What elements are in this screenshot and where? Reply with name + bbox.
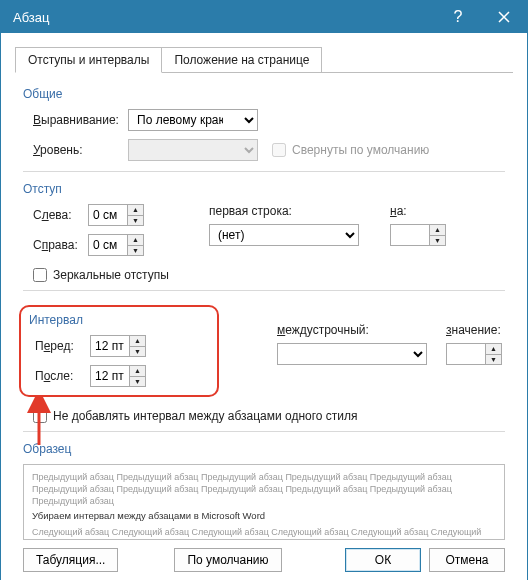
- spin-down-icon[interactable]: ▼: [430, 235, 445, 246]
- titlebar: Абзац ?: [1, 1, 527, 33]
- row-after: После: ▲▼: [29, 365, 209, 387]
- line-label: междустрочный:: [277, 323, 432, 337]
- at-label: значение:: [446, 323, 502, 337]
- divider-3: [23, 431, 505, 432]
- on-label: на:: [390, 204, 505, 218]
- spin-up-icon[interactable]: ▲: [128, 205, 143, 215]
- spin-up-icon[interactable]: ▲: [430, 225, 445, 235]
- tabs-button[interactable]: Табуляция...: [23, 548, 118, 572]
- right-label: Справа:: [33, 238, 88, 252]
- mirror-label: Зеркальные отступы: [53, 268, 169, 282]
- tab-content: Общие Выравнивание: По левому краю Урове…: [15, 73, 513, 540]
- spin-down-icon[interactable]: ▼: [130, 376, 145, 387]
- firstline-select[interactable]: (нет): [209, 224, 359, 246]
- level-select: [128, 139, 258, 161]
- left-spinner[interactable]: ▲▼: [88, 204, 144, 226]
- spin-down-icon[interactable]: ▼: [128, 245, 143, 256]
- row-before: Перед: ▲▼: [29, 335, 209, 357]
- left-label: Слева:: [33, 208, 88, 222]
- divider-2: [23, 290, 505, 291]
- close-icon: [498, 11, 510, 23]
- alignment-select[interactable]: По левому краю: [128, 109, 258, 131]
- collapsed-checkbox-wrap: Свернуты по умолчанию: [272, 143, 429, 157]
- left-input[interactable]: [89, 205, 127, 225]
- spin-up-icon[interactable]: ▲: [130, 366, 145, 376]
- row-level: Уровень: Свернуты по умолчанию: [23, 139, 505, 161]
- preview-box: Предыдущий абзац Предыдущий абзац Предыд…: [23, 464, 505, 540]
- after-spinner[interactable]: ▲▼: [90, 365, 146, 387]
- mirror-checkbox[interactable]: [33, 268, 47, 282]
- row-alignment: Выравнивание: По левому краю: [23, 109, 505, 131]
- divider-1: [23, 171, 505, 172]
- help-button[interactable]: ?: [435, 1, 481, 33]
- spin-up-icon[interactable]: ▲: [128, 235, 143, 245]
- dialog-footer: Табуляция... По умолчанию ОК Отмена: [15, 548, 513, 572]
- cancel-button[interactable]: Отмена: [429, 548, 505, 572]
- tab-position[interactable]: Положение на странице: [161, 47, 322, 73]
- row-left: Слева: ▲▼: [33, 204, 203, 226]
- spin-down-icon[interactable]: ▼: [130, 346, 145, 357]
- nosame-label: Не добавлять интервал между абзацами одн…: [53, 409, 358, 423]
- spin-up-icon[interactable]: ▲: [130, 336, 145, 346]
- spin-down-icon[interactable]: ▼: [486, 354, 501, 365]
- line-select[interactable]: [277, 343, 427, 365]
- after-input[interactable]: [91, 366, 129, 386]
- mirror-checkbox-wrap[interactable]: Зеркальные отступы: [33, 268, 169, 282]
- right-spinner[interactable]: ▲▼: [88, 234, 144, 256]
- close-button[interactable]: [481, 1, 527, 33]
- collapsed-checkbox: [272, 143, 286, 157]
- nosame-checkbox-wrap[interactable]: Не добавлять интервал между абзацами одн…: [33, 409, 358, 423]
- highlight-box: Интервал Перед: ▲▼ После: ▲▼: [19, 305, 219, 397]
- at-spinner[interactable]: ▲▼: [446, 343, 502, 365]
- on-input[interactable]: [391, 225, 429, 245]
- dialog-body: Отступы и интервалы Положение на страниц…: [1, 33, 527, 580]
- nosame-checkbox[interactable]: [33, 409, 47, 423]
- right-input[interactable]: [89, 235, 127, 255]
- row-right: Справа: ▲▼: [33, 234, 203, 256]
- after-label: После:: [35, 369, 90, 383]
- collapsed-label: Свернуты по умолчанию: [292, 143, 429, 157]
- before-spinner[interactable]: ▲▼: [90, 335, 146, 357]
- firstline-label: первая строка:: [209, 204, 384, 218]
- before-input[interactable]: [91, 336, 129, 356]
- dialog-paragraph: Абзац ? Отступы и интервалы Положение на…: [0, 0, 528, 580]
- level-label: Уровень:: [33, 143, 128, 157]
- preview-sample: Убираем интервал между абзацами в Micros…: [32, 510, 496, 523]
- before-label: Перед:: [35, 339, 90, 353]
- alignment-label: Выравнивание:: [33, 113, 128, 127]
- group-spacing-label: Интервал: [29, 313, 209, 327]
- ok-button[interactable]: ОК: [345, 548, 421, 572]
- group-indent-label: Отступ: [23, 182, 505, 196]
- spin-down-icon[interactable]: ▼: [128, 215, 143, 226]
- spin-up-icon[interactable]: ▲: [486, 344, 501, 354]
- group-preview-label: Образец: [23, 442, 505, 456]
- group-general-label: Общие: [23, 87, 505, 101]
- dialog-title: Абзац: [13, 10, 435, 25]
- preview-next: Следующий абзац Следующий абзац Следующи…: [32, 526, 496, 540]
- at-input[interactable]: [447, 344, 485, 364]
- default-button[interactable]: По умолчанию: [174, 548, 281, 572]
- on-spinner[interactable]: ▲▼: [390, 224, 446, 246]
- tab-indents[interactable]: Отступы и интервалы: [15, 47, 162, 73]
- tab-strip: Отступы и интервалы Положение на страниц…: [15, 47, 513, 73]
- preview-prev: Предыдущий абзац Предыдущий абзац Предыд…: [32, 471, 496, 507]
